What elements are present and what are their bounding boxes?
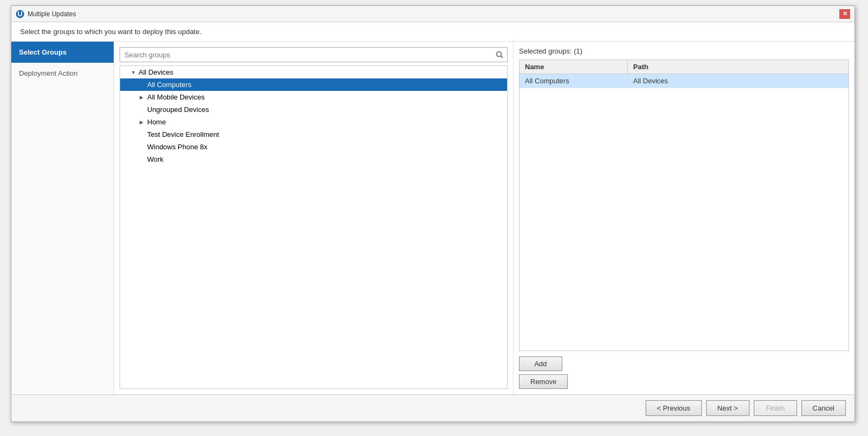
tree-container[interactable]: ▼ All Devices All Computers ▶ All Mobile… [120,65,508,389]
table-header: Name Path [520,60,849,74]
col-header-path: Path [628,60,849,74]
tree-item-windows-phone-8x[interactable]: Windows Phone 8x [120,141,507,153]
tree-label-home: Home [147,118,166,126]
svg-text:U: U [17,10,22,18]
table-row[interactable]: All Computers All Devices [520,74,849,88]
title-bar-left: U Multiple Updates [16,10,76,18]
search-icon [496,51,503,58]
tree-label-test-device-enrollment: Test Device Enrollment [147,130,219,138]
svg-line-3 [501,56,503,58]
remove-button[interactable]: Remove [519,374,568,389]
tree-item-home[interactable]: ▶ Home [120,116,507,128]
expand-icon-home: ▶ [140,120,145,125]
main-window: U Multiple Updates ✕ Select the groups t… [11,5,855,422]
tree-label-ungrouped-devices: Ungrouped Devices [147,105,209,114]
cancel-button[interactable]: Cancel [801,400,846,416]
sidebar-item-select-groups[interactable]: Select Groups [11,42,114,63]
row-path-all-computers: All Devices [628,74,849,88]
close-button[interactable]: ✕ [839,9,850,19]
window-title: Multiple Updates [28,10,76,18]
right-panel: Selected groups: (1) Name Path All Compu… [514,42,854,394]
selected-groups-header: Selected groups: (1) [519,47,849,55]
selected-groups-table: Name Path All Computers All Devices [519,60,849,351]
main-content: Select Groups Deployment Action ▼ All De… [11,42,854,394]
tree-item-test-device-enrollment[interactable]: Test Device Enrollment [120,128,507,141]
previous-button[interactable]: < Previous [646,400,702,416]
center-panel: ▼ All Devices All Computers ▶ All Mobile… [114,42,514,394]
subtitle-text: Select the groups to which you want to d… [20,28,201,36]
sidebar-item-deployment-action[interactable]: Deployment Action [11,63,114,84]
app-icon: U [16,10,24,18]
search-input[interactable] [120,49,492,61]
row-name-all-computers: All Computers [520,74,628,88]
tree-item-all-computers[interactable]: All Computers [120,78,507,91]
title-bar: U Multiple Updates ✕ [11,6,854,22]
expand-icon-all-mobile-devices: ▶ [140,95,145,100]
action-buttons: Add Remove [519,356,849,389]
tree-label-work: Work [147,155,163,163]
tree-item-all-devices[interactable]: ▼ All Devices [120,66,507,78]
sidebar: Select Groups Deployment Action [11,42,114,394]
expand-icon-all-devices: ▼ [131,70,136,75]
tree-item-ungrouped-devices[interactable]: Ungrouped Devices [120,103,507,116]
finish-button[interactable]: Finish [754,400,797,416]
svg-point-2 [497,52,502,57]
subtitle-bar: Select the groups to which you want to d… [11,22,854,42]
search-button[interactable] [492,48,507,62]
tree-label-windows-phone-8x: Windows Phone 8x [147,143,207,151]
tree-label-all-devices: All Devices [139,68,173,76]
tree-item-work[interactable]: Work [120,153,507,166]
search-box [120,47,508,62]
col-header-name: Name [520,60,628,74]
next-button[interactable]: Next > [706,400,749,416]
add-button[interactable]: Add [519,356,562,371]
tree-item-all-mobile-devices[interactable]: ▶ All Mobile Devices [120,91,507,103]
tree-label-all-computers: All Computers [147,81,192,89]
tree-label-all-mobile-devices: All Mobile Devices [147,93,205,101]
footer: < Previous Next > Finish Cancel [11,394,854,421]
